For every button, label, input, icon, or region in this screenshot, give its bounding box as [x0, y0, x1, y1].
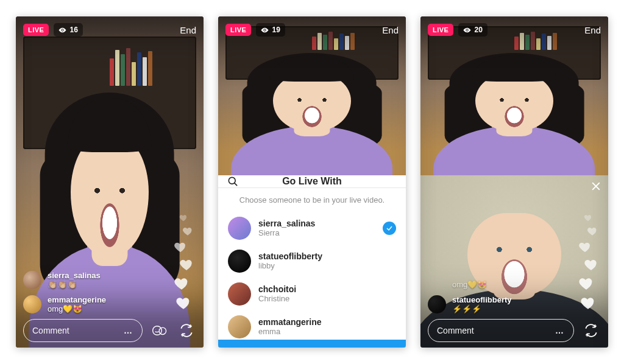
more-options-icon[interactable]: …	[555, 326, 565, 335]
comment-message: omg💛😻	[452, 280, 487, 289]
avatar	[428, 295, 446, 313]
live-badge: LIVE	[23, 24, 49, 36]
avatar	[23, 271, 41, 289]
user-row[interactable]: emmatangerine emma	[218, 310, 406, 340]
face-filters-button[interactable]	[150, 321, 169, 340]
live-badge: LIVE	[428, 24, 453, 36]
go-live-with-sheet: Go Live With Choose someone to be in you…	[218, 175, 406, 348]
avatar	[228, 315, 251, 338]
comment-input[interactable]: Comment …	[428, 319, 574, 342]
avatar	[228, 250, 251, 273]
phone-go-live-with: LIVE 19 End Go Live With Choose someone …	[218, 16, 406, 348]
comment-username: sierra_salinas	[48, 271, 101, 280]
comment-placeholder: Comment	[32, 326, 69, 335]
user-list: sierra_salinas Sierra statueoflibberty l…	[218, 212, 406, 340]
phone-live-split: LIVE 20 End omg💛😻 statueoflibberty ⚡️⚡️⚡…	[420, 16, 608, 348]
user-username: sierra_salinas	[258, 219, 315, 228]
comment-username: statueoflibberty	[452, 295, 512, 304]
comment-message: ⚡️⚡️⚡️	[452, 304, 512, 313]
live-comments: sierra_salinas 👏🏼👏🏼👏🏼 emmatangerine omg💛…	[23, 271, 155, 313]
user-displayname: Christine	[258, 294, 296, 303]
live-comment[interactable]: sierra_salinas 👏🏼👏🏼👏🏼	[23, 271, 155, 289]
user-displayname: libby	[258, 261, 322, 270]
selected-check-icon	[383, 222, 396, 235]
comment-input[interactable]: Comment …	[23, 319, 143, 342]
comment-username: emmatangerine	[48, 295, 106, 304]
live-topbar: LIVE 16 End	[16, 16, 204, 43]
viewer-count-badge[interactable]: 16	[54, 23, 82, 37]
user-username: chchoitoi	[258, 285, 296, 294]
user-row[interactable]: chchoitoi Christine	[218, 278, 406, 310]
comment-placeholder: Comment	[437, 326, 474, 335]
eye-icon	[463, 26, 471, 34]
phone-live-basic: LIVE 16 End sierra_salinas 👏🏼👏🏼👏🏼 emmata…	[16, 16, 204, 348]
smileys-icon	[152, 323, 168, 338]
user-username: emmatangerine	[258, 318, 321, 327]
switch-camera-button[interactable]	[581, 321, 601, 340]
user-displayname: Sierra	[258, 228, 315, 237]
switch-camera-button[interactable]	[177, 321, 196, 340]
live-comments: omg💛😻 statueoflibberty ⚡️⚡️⚡️	[428, 280, 559, 313]
comment-message: omg💛😻	[48, 304, 106, 313]
live-topbar: LIVE 20 End	[420, 16, 608, 43]
user-row[interactable]: statueoflibberty libby	[218, 245, 406, 278]
viewer-count: 19	[272, 26, 280, 34]
user-displayname: emma	[258, 327, 321, 336]
viewer-count: 20	[474, 26, 482, 34]
live-topbar: LIVE 19 End	[218, 16, 406, 43]
end-live-button[interactable]: End	[180, 25, 196, 35]
live-comment[interactable]: emmatangerine omg💛😻	[23, 295, 155, 313]
sheet-header: Go Live With	[218, 175, 406, 188]
live-bottombar: Comment …	[16, 313, 204, 348]
live-bottombar: Comment …	[420, 313, 608, 348]
comment-message: 👏🏼👏🏼👏🏼	[48, 280, 101, 289]
live-comment[interactable]: omg💛😻	[452, 280, 559, 289]
remove-guest-button[interactable]	[590, 180, 602, 195]
avatar	[228, 217, 251, 240]
live-comment[interactable]: statueoflibberty ⚡️⚡️⚡️	[428, 295, 559, 313]
viewer-count-badge[interactable]: 19	[256, 23, 285, 37]
add-guest-button[interactable]: Add	[218, 340, 406, 348]
live-badge: LIVE	[225, 24, 251, 36]
camera-switch-icon	[583, 323, 599, 338]
close-icon	[590, 180, 602, 192]
user-username: statueoflibberty	[258, 252, 322, 261]
eye-icon	[58, 26, 66, 34]
avatar	[228, 282, 251, 306]
search-icon[interactable]	[227, 175, 239, 187]
end-live-button[interactable]: End	[584, 25, 601, 35]
eye-icon	[261, 26, 269, 34]
end-live-button[interactable]: End	[382, 25, 399, 35]
sheet-subtitle: Choose someone to be in your live video.	[218, 188, 406, 212]
more-options-icon[interactable]: …	[124, 326, 133, 335]
camera-switch-icon	[179, 323, 194, 338]
sheet-title: Go Live With	[218, 176, 406, 187]
avatar	[23, 295, 41, 313]
user-row[interactable]: sierra_salinas Sierra	[218, 212, 406, 245]
viewer-count-badge[interactable]: 20	[458, 23, 487, 37]
viewer-count: 16	[69, 26, 77, 34]
